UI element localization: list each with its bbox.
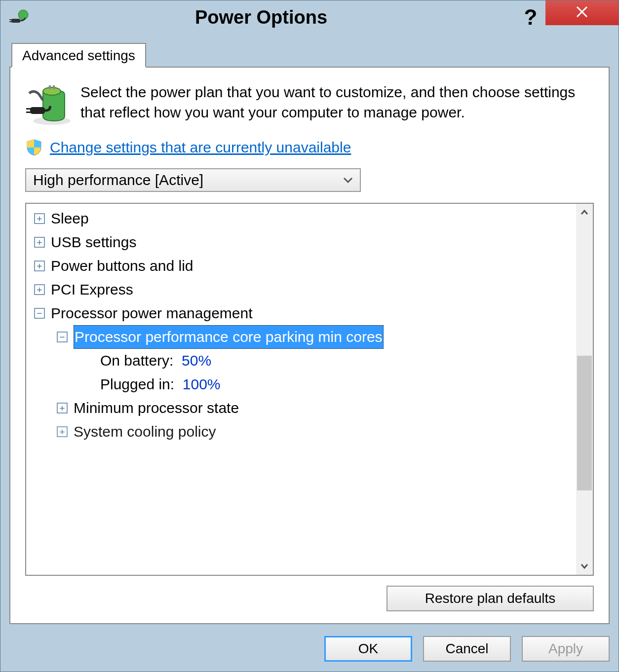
tab-advanced-settings[interactable]: Advanced settings <box>11 43 146 68</box>
tree-item-power-buttons-lid[interactable]: + Power buttons and lid <box>31 254 576 278</box>
intro-text: Select the power plan that you want to c… <box>80 82 594 122</box>
chevron-down-icon <box>343 174 353 187</box>
tab-strip: Advanced settings <box>9 43 610 68</box>
collapse-icon[interactable]: − <box>34 308 45 319</box>
expand-icon[interactable]: + <box>34 237 45 248</box>
collapse-icon[interactable]: − <box>57 332 68 342</box>
tree-label: Minimum processor state <box>74 396 239 420</box>
help-button[interactable]: ? <box>516 0 545 34</box>
tree-scroll-area: + Sleep + USB settings + Power buttons a… <box>26 204 576 575</box>
power-options-window: Power Options ? Advanced settings <box>0 0 619 672</box>
dialog-button-row: OK Cancel Apply <box>9 624 610 662</box>
value-label: On battery: <box>100 349 173 373</box>
tree-label: Power buttons and lid <box>51 254 193 278</box>
tree-label: Processor power management <box>51 301 253 325</box>
scroll-up-arrow-icon[interactable] <box>576 204 593 221</box>
tree-label: USB settings <box>51 230 136 254</box>
expand-icon[interactable]: + <box>34 284 45 295</box>
value-readout: 100% <box>183 373 221 396</box>
tree-item-system-cooling-policy[interactable]: + System cooling policy <box>31 420 576 444</box>
svg-rect-9 <box>53 85 55 89</box>
tree-label: PCI Express <box>51 278 133 301</box>
close-button[interactable] <box>545 0 619 25</box>
cancel-button[interactable]: Cancel <box>423 636 511 662</box>
power-plan-selected: High performance [Active] <box>33 172 203 188</box>
power-plan-select[interactable]: High performance [Active] <box>25 168 361 192</box>
battery-icon <box>25 82 73 130</box>
shield-icon <box>25 139 43 156</box>
expand-icon[interactable]: + <box>57 426 68 437</box>
close-icon <box>576 4 588 22</box>
svg-rect-8 <box>49 85 51 89</box>
svg-rect-11 <box>26 108 31 110</box>
expand-icon[interactable]: + <box>57 403 68 413</box>
value-label: Plugged in: <box>100 373 174 396</box>
value-readout: 50% <box>182 349 211 373</box>
expand-icon[interactable]: + <box>34 261 45 271</box>
tree-label: System cooling policy <box>74 420 216 444</box>
svg-point-7 <box>43 87 61 95</box>
change-settings-link[interactable]: Change settings that are currently unava… <box>50 139 351 156</box>
svg-rect-10 <box>30 107 45 114</box>
tree-value-plugged-in[interactable]: Plugged in: 100% <box>31 373 576 396</box>
scroll-track[interactable] <box>576 221 593 558</box>
scroll-thumb[interactable] <box>577 356 592 491</box>
tree-label-selected: Processor performance core parking min c… <box>74 325 384 349</box>
vertical-scrollbar[interactable] <box>576 204 593 575</box>
apply-button: Apply <box>522 636 610 662</box>
client-area: Advanced settings <box>0 34 619 672</box>
change-link-row: Change settings that are currently unava… <box>25 139 594 156</box>
ok-button[interactable]: OK <box>324 636 412 662</box>
tree-label: Sleep <box>51 207 89 230</box>
tree-item-usb-settings[interactable]: + USB settings <box>31 230 576 254</box>
titlebar: Power Options ? <box>0 0 619 34</box>
tree-item-sleep[interactable]: + Sleep <box>31 207 576 230</box>
svg-rect-12 <box>26 112 31 113</box>
settings-tree: + Sleep + USB settings + Power buttons a… <box>25 203 594 576</box>
intro-row: Select the power plan that you want to c… <box>25 82 594 130</box>
scroll-down-arrow-icon[interactable] <box>576 558 593 575</box>
tab-content: Select the power plan that you want to c… <box>9 68 610 624</box>
tree-item-processor-power-management[interactable]: − Processor power management <box>31 301 576 325</box>
tree-item-core-parking-min-cores[interactable]: − Processor performance core parking min… <box>31 325 576 349</box>
tree-item-minimum-processor-state[interactable]: + Minimum processor state <box>31 396 576 420</box>
expand-icon[interactable]: + <box>34 213 45 224</box>
window-title: Power Options <box>6 7 516 28</box>
tree-value-on-battery[interactable]: On battery: 50% <box>31 349 576 373</box>
restore-plan-defaults-button[interactable]: Restore plan defaults <box>387 586 594 611</box>
tree-item-pci-express[interactable]: + PCI Express <box>31 278 576 301</box>
